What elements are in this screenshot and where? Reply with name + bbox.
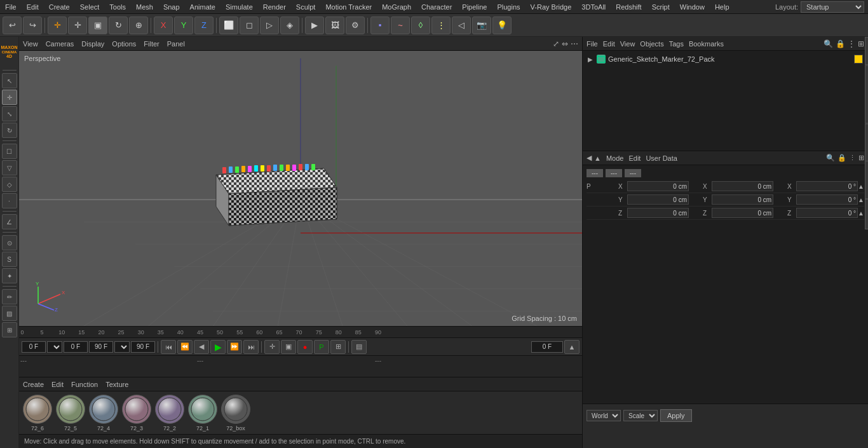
side-tab-layers[interactable]: Layers — [865, 199, 868, 229]
menu-item-window[interactable]: Window — [675, 3, 710, 11]
attr-lock2-icon[interactable]: 🔒 — [837, 154, 846, 162]
attr-userdata-btn[interactable]: User Data — [646, 154, 677, 162]
attr-sz-input[interactable] — [712, 208, 773, 218]
scale-tool-button[interactable]: ▣ — [88, 17, 107, 34]
move-key-button[interactable]: ✛ — [264, 340, 280, 354]
obj-row-1[interactable]: ▶ Generic_Sketch_Marker_72_Pack — [585, 53, 865, 65]
attr-left-arrow[interactable]: ◀ — [587, 154, 592, 162]
cube-button[interactable]: ▪ — [370, 17, 390, 34]
end-frame-input[interactable] — [89, 341, 113, 353]
deformer-button[interactable]: ◁ — [452, 17, 471, 34]
obj-expand-arrow[interactable]: ▶ — [588, 56, 593, 63]
play-back-button[interactable]: ◀ — [194, 340, 209, 354]
left-select-btn[interactable]: ↖ — [2, 73, 17, 88]
attr-mode-btn[interactable]: Mode — [606, 154, 624, 162]
point-mode-button[interactable]: ◈ — [280, 17, 299, 34]
attr-px2-input[interactable] — [712, 181, 773, 191]
object-mode-button[interactable]: ⬜ — [219, 17, 238, 34]
menu-item-pipeline[interactable]: Pipeline — [457, 3, 492, 11]
attr-pz-input[interactable] — [627, 208, 689, 218]
left-grid-btn[interactable]: ⊞ — [2, 322, 17, 337]
preview-start-input[interactable] — [64, 341, 88, 353]
menu-item-animate[interactable]: Animate — [185, 3, 220, 11]
render-to-pic-button[interactable]: 🖼 — [325, 17, 344, 34]
attr-rz-input[interactable] — [796, 208, 858, 218]
side-tab-attributes[interactable]: Attributes — [865, 161, 868, 199]
play-button[interactable]: ▶ — [210, 340, 226, 354]
attr-edit-btn[interactable]: Edit — [628, 154, 641, 162]
mat-edit-btn[interactable]: Edit — [51, 381, 64, 388]
attr-py-input[interactable] — [627, 194, 689, 205]
material-item-72_3[interactable]: 72_3 — [122, 395, 151, 431]
obj-objects-btn[interactable]: Objects — [640, 40, 663, 48]
vp-settings-icon[interactable]: ⋯ — [571, 39, 578, 48]
menu-item-plugins[interactable]: Plugins — [492, 3, 525, 11]
vp-display-btn[interactable]: Display — [81, 40, 104, 48]
obj-expand-icon[interactable]: ⊞ — [858, 39, 864, 48]
left-knife-btn[interactable]: ∠ — [2, 214, 17, 229]
layout-dropdown[interactable]: Startup — [801, 1, 864, 13]
scale-dropdown[interactable]: Scale — [623, 410, 658, 421]
material-item-72_box[interactable]: 72_box — [221, 395, 250, 431]
left-magnet-btn[interactable]: ⊙ — [2, 235, 17, 250]
step-fwd-button[interactable]: ⏩ — [227, 340, 242, 354]
undo-button[interactable]: ↩ — [3, 17, 22, 34]
attr-section-dash1[interactable]: --- — [587, 169, 603, 177]
attr-section-dash3[interactable]: --- — [625, 169, 641, 177]
menu-item-snap[interactable]: Snap — [158, 3, 185, 11]
go-end-button[interactable]: ⏭ — [243, 340, 259, 354]
render-settings-button[interactable]: ⚙ — [346, 17, 365, 34]
attr-py-up[interactable]: ▲ — [858, 196, 864, 203]
left-rotate-btn[interactable]: ↻ — [2, 123, 17, 138]
array-button[interactable]: ⋮ — [431, 17, 451, 34]
attr-px-input[interactable] — [627, 181, 689, 191]
vp-panel-btn[interactable]: Panel — [167, 40, 185, 48]
vp-options-btn[interactable]: Options — [112, 40, 136, 48]
edge-mode-button[interactable]: ▷ — [260, 17, 279, 34]
viewport-canvas[interactable]: Perspective Grid Spacing : 10 cm X Y Z — [19, 51, 582, 326]
menu-item-file[interactable]: File — [0, 3, 22, 11]
left-brush-btn[interactable]: ✦ — [2, 268, 17, 283]
go-start-button[interactable]: ⏮ — [161, 340, 176, 354]
obj-view-btn[interactable]: View — [620, 40, 635, 48]
obj-file-btn[interactable]: File — [587, 40, 598, 48]
light-button[interactable]: 💡 — [492, 17, 512, 34]
current-frame-input[interactable]: 0 F — [22, 341, 46, 353]
mat-function-btn[interactable]: Function — [71, 381, 98, 388]
z-axis-button[interactable]: Z — [194, 17, 214, 34]
attr-expand-icon[interactable]: ⊞ — [858, 154, 864, 162]
menu-item-mesh[interactable]: Mesh — [131, 3, 158, 11]
world-dropdown[interactable]: World — [587, 410, 621, 421]
obj-menu-icon[interactable]: ⋮ — [848, 39, 855, 48]
auto-key-button[interactable]: P — [314, 340, 329, 354]
step-back-button[interactable]: ⏪ — [177, 340, 193, 354]
apply-button[interactable]: Apply — [660, 409, 692, 422]
select-mode-button[interactable]: ✛ — [48, 17, 67, 34]
attr-section-dash2[interactable]: --- — [606, 169, 622, 177]
vp-arrow-icon[interactable]: ⇔ — [562, 39, 568, 48]
attr-menu-icon[interactable]: ⋮ — [849, 154, 856, 162]
obj-bookmarks-btn[interactable]: Bookmarks — [689, 40, 724, 48]
material-item-72_1[interactable]: 72_1 — [188, 395, 217, 431]
menu-item-select[interactable]: Select — [75, 3, 105, 11]
key-mode-button[interactable]: ⊞ — [330, 340, 346, 354]
timeline-layout-btn[interactable]: ▤ — [351, 340, 367, 354]
frame-counter-up[interactable]: ▲ — [564, 340, 580, 354]
left-edge-btn[interactable]: ◇ — [2, 177, 17, 192]
vp-view-btn[interactable]: View — [23, 40, 38, 48]
attr-search-icon[interactable]: 🔍 — [826, 154, 835, 162]
attr-rx-input[interactable] — [796, 181, 858, 191]
vp-filter-btn[interactable]: Filter — [144, 40, 159, 48]
frame-counter-input[interactable] — [531, 341, 563, 353]
mat-texture-btn[interactable]: Texture — [105, 381, 128, 388]
menu-item-script[interactable]: Script — [647, 3, 675, 11]
record-button[interactable]: ● — [297, 340, 313, 354]
menu-item-edit[interactable]: Edit — [22, 3, 44, 11]
nurbs-button[interactable]: ◊ — [411, 17, 430, 34]
attr-pz-up[interactable]: ▲ — [858, 210, 864, 217]
material-item-72_5[interactable]: 72_5 — [56, 395, 85, 431]
left-pen-btn[interactable]: ✏ — [2, 289, 17, 304]
left-point-btn[interactable]: · — [2, 193, 17, 208]
menu-item-help[interactable]: Help — [710, 3, 735, 11]
spline-button[interactable]: ~ — [391, 17, 410, 34]
